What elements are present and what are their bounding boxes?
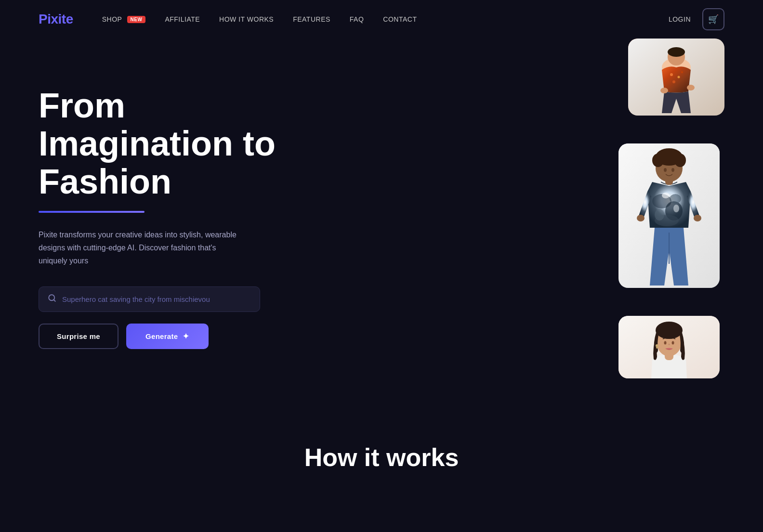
svg-point-19 — [662, 193, 670, 198]
search-input[interactable] — [62, 295, 251, 303]
nav-item-affiliate[interactable]: AFFILIATE — [165, 15, 200, 23]
svg-point-34 — [664, 341, 667, 345]
svg-point-5 — [668, 47, 685, 57]
svg-point-29 — [671, 168, 674, 172]
svg-line-1 — [53, 300, 55, 301]
surprise-me-button[interactable]: Surprise me — [39, 324, 118, 349]
new-badge: NEW — [127, 16, 146, 23]
svg-point-26 — [652, 154, 664, 167]
nav-item-faq[interactable]: FAQ — [350, 15, 364, 23]
sparkle-icon: ✦ — [183, 332, 189, 341]
cart-icon: 🛒 — [708, 14, 719, 25]
hero-section: From Imagination to Fashion Pixite trans… — [0, 39, 763, 414]
svg-point-37 — [656, 347, 658, 349]
cart-button[interactable]: 🛒 — [702, 8, 724, 30]
svg-point-27 — [674, 154, 686, 167]
svg-point-22 — [694, 215, 701, 221]
nav-item-shop[interactable]: SHOP NEW — [102, 15, 146, 24]
nav-links: SHOP NEW AFFILIATE HOW IT WORKS FEATURES… — [102, 15, 669, 24]
fashion-card-3 — [618, 316, 720, 378]
nav-right: LOGIN 🛒 — [669, 8, 724, 30]
svg-point-6 — [670, 73, 673, 76]
svg-point-18 — [670, 194, 681, 204]
generate-button[interactable]: Generate ✦ — [126, 324, 209, 349]
svg-point-11 — [687, 85, 695, 91]
svg-point-28 — [664, 168, 667, 172]
nav-item-how-it-works[interactable]: HOW IT WORKS — [219, 15, 274, 23]
brand-logo[interactable]: Pixite — [39, 12, 73, 27]
svg-point-21 — [637, 215, 645, 221]
nav-item-contact[interactable]: CONTACT — [383, 15, 417, 23]
how-it-works-title: How it works — [39, 443, 724, 472]
login-link[interactable]: LOGIN — [669, 15, 691, 23]
hero-description: Pixite transforms your creative ideas in… — [39, 228, 241, 268]
how-it-works-section: How it works — [0, 414, 763, 491]
svg-point-20 — [673, 205, 679, 212]
fashion-card-2 — [618, 143, 720, 288]
hero-title: From Imagination to Fashion — [39, 87, 318, 201]
svg-point-7 — [678, 76, 680, 78]
svg-point-8 — [672, 80, 675, 83]
fashion-card-1 — [628, 39, 724, 116]
nav-item-features[interactable]: FEATURES — [293, 15, 330, 23]
svg-point-33 — [656, 322, 683, 339]
hero-buttons: Surprise me Generate ✦ — [39, 324, 318, 349]
svg-point-9 — [681, 71, 683, 73]
search-bar — [39, 286, 260, 312]
hero-underline — [39, 211, 145, 213]
navbar: Pixite SHOP NEW AFFILIATE HOW IT WORKS F… — [0, 0, 763, 39]
svg-point-17 — [655, 209, 664, 221]
search-icon — [48, 294, 56, 305]
hero-content: From Imagination to Fashion Pixite trans… — [39, 67, 318, 349]
fashion-images-column — [618, 39, 734, 378]
svg-point-35 — [672, 341, 674, 345]
svg-point-10 — [660, 88, 668, 93]
